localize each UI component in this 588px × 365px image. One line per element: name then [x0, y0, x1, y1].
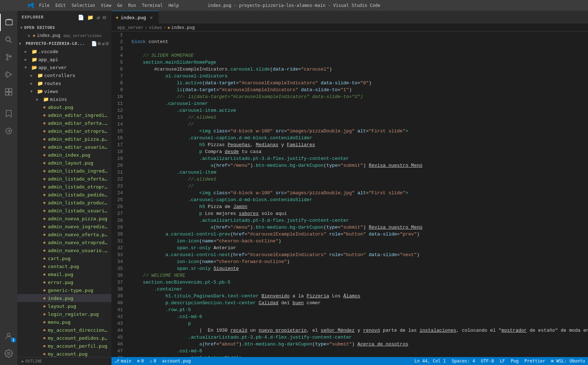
error-icon: ⊗ [137, 358, 140, 364]
tree-file-my-account-pedidos-pug[interactable]: ◈my_account_pedidos.pug [17, 334, 111, 342]
breadcrumb-sep1: › [145, 25, 147, 30]
close-editor-icon[interactable]: ✕ [28, 33, 30, 38]
tree-mixins[interactable]: ▶ 📁 mixins [17, 95, 111, 103]
tree-file-admin-listado-productos-pug[interactable]: ◈admin_listado_productos.pug [17, 199, 111, 207]
new-file-action[interactable]: 📄 [91, 41, 97, 46]
tree-file-admin-nuevo-ingrediente-pug[interactable]: ◈admin_nuevo_ingrediente.pug [17, 222, 111, 230]
tab-close-icon[interactable]: ✕ [150, 14, 153, 20]
search-activity-icon[interactable] [0, 31, 17, 48]
tree-file-admin-listado-ingredientes-pug[interactable]: ◈admin_listado_ingredientes.pug [17, 167, 111, 175]
extensions-activity-icon[interactable] [0, 83, 17, 101]
app-api-label: app_api [38, 57, 58, 62]
spaces-status[interactable]: Spaces: 4 [449, 357, 478, 365]
git-branch-status[interactable]: ⎇ main [111, 357, 134, 365]
tab-index-pug[interactable]: ◈ index.pug ✕ [111, 11, 159, 24]
refresh-icon[interactable]: ↺ [96, 14, 101, 21]
outline-section[interactable]: ▶ OUTLINE [17, 357, 111, 365]
code-editor[interactable]: 12345 678910 1112131415 1617181920 21222… [111, 31, 588, 357]
remote-status[interactable]: ⊞ WSL: Ubuntu [548, 357, 588, 365]
run-debug-activity-icon[interactable] [0, 66, 17, 83]
tree-file-my-account-perfil-pug[interactable]: ◈my_account_perfil.pug [17, 342, 111, 350]
breadcrumb-index-pug[interactable]: ◈index.pug [168, 25, 195, 30]
language-status[interactable]: Pug [508, 357, 522, 365]
menu-bar[interactable]: File Edit Selection View Go Run Terminal… [25, 0, 182, 11]
tree-file-admin-nuevo-oferta-pug[interactable]: ◈admin_nuevo_oferta.pug [17, 230, 111, 238]
new-file-icon[interactable]: 📄 [77, 14, 85, 21]
tree-file-layout-pug[interactable]: ◈layout.pug [17, 302, 111, 310]
svg-point-0 [6, 37, 10, 41]
accounts-activity-icon[interactable]: 1 [0, 327, 17, 345]
code-content[interactable]: block content // SLIDER HOMEPAGE section… [126, 31, 588, 357]
errors-status[interactable]: ⊗ 0 [134, 357, 147, 365]
tree-file-admin-nuevo-usuario-pug[interactable]: ◈admin_nuevo_usuario.pug [17, 246, 111, 254]
tree-file-admin-layout-pug[interactable]: ◈admin_layout.pug [17, 159, 111, 167]
menu-terminal[interactable]: Terminal [139, 0, 166, 11]
svg-marker-5 [7, 72, 12, 77]
warnings-status[interactable]: ⚠ 0 [147, 357, 159, 365]
menu-run[interactable]: Run [125, 0, 139, 11]
open-editors-section[interactable]: ▼ OPEN EDITORS [17, 24, 111, 31]
tree-file-about-pug[interactable]: ◈about.pug [17, 103, 111, 111]
tree-file-contact-pug[interactable]: ◈contact.pug [17, 262, 111, 270]
project-root[interactable]: ▼ PROYECTO-PIZZERIA-LO... 📄 ⊞ ↺ ⊟ [17, 39, 111, 47]
editor-area: ◈ index.pug ✕ app_server › views › ◈inde… [111, 11, 588, 365]
open-editor-index-pug[interactable]: ✕ ◈ index.pug app_server\views [17, 31, 111, 39]
pug-file-icon: ◈ [33, 33, 35, 38]
tree-file-email-pug[interactable]: ◈email.pug [17, 270, 111, 278]
tree-file-admin-editar-pizza-pug[interactable]: ◈admin_editar_pizza.pug [17, 135, 111, 143]
app-server-arrow: ▼ [25, 65, 30, 69]
svg-rect-6 [5, 89, 8, 92]
refresh-action[interactable]: ↺ [102, 41, 105, 46]
tree-controllers[interactable]: ▶ 📁 controllers [17, 71, 111, 79]
tree-vscode[interactable]: ▶ 📁 .vscode [17, 47, 111, 55]
sidebar-header: EXPLORER 📄 📁 ↺ ⊟ [17, 11, 111, 24]
menu-help[interactable]: Help [166, 0, 182, 11]
tree-file-error-pug[interactable]: ◈error.pug [17, 278, 111, 286]
tree-file-admin-listado-oferta-pug[interactable]: ◈admin_listado_oferta.pug [17, 175, 111, 183]
tree-file-generic-type-pug[interactable]: ◈generic-type.pug [17, 286, 111, 294]
settings-activity-icon[interactable] [0, 345, 17, 362]
new-folder-icon[interactable]: 📁 [86, 14, 94, 21]
menu-file[interactable]: File [36, 0, 52, 11]
account-pug-status[interactable]: account.pug [159, 357, 194, 365]
open-editors-label: OPEN EDITORS [24, 25, 55, 30]
live-share-activity-icon[interactable] [0, 122, 17, 140]
tree-file-admin-listado-pedidos-pug[interactable]: ◈admin_listado_pedidos.pug [17, 191, 111, 199]
menu-selection[interactable]: Selection [69, 0, 98, 11]
menu-view[interactable]: View [98, 0, 114, 11]
new-folder-action[interactable]: ⊞ [98, 41, 101, 46]
tree-file-admin-index-pug[interactable]: ◈admin_index.pug [17, 151, 111, 159]
tree-views[interactable]: ▼ 📂 views [17, 87, 111, 95]
tree-file-admin-nueva-pizza-pug[interactable]: ◈admin_nueva_pizza.pug [17, 215, 111, 222]
eol-status[interactable]: LF [497, 357, 508, 365]
collapse-icon[interactable]: ⊟ [102, 14, 107, 21]
tree-file-admin-editar-usuario-pug[interactable]: ◈admin_editar_usuario.pug [17, 143, 111, 151]
tree-file-my-account-pug[interactable]: ◈my_account.pug [17, 350, 111, 357]
tree-file-menu-pug[interactable]: ◈menu.pug [17, 318, 111, 326]
tree-app-server[interactable]: ▼ 📂 app_server [17, 63, 111, 71]
git-branch-label: main [121, 358, 131, 364]
tree-file-login-register-pug[interactable]: ◈login_register.pug [17, 310, 111, 318]
tree-file-admin-editar-otroproducto-pug[interactable]: ◈admin_editar_otroproducto.pug [17, 127, 111, 135]
encoding-status[interactable]: UTF-8 [478, 357, 497, 365]
tree-file-my-account-direcciones-pug[interactable]: ◈my_account_direcciones.pug [17, 326, 111, 334]
tree-file-admin-editar-ingrediente-pug[interactable]: ◈admin_editar_ingrediente.pug [17, 111, 111, 119]
tree-routes[interactable]: ▶ 📁 routes [17, 79, 111, 87]
tree-file-index-pug[interactable]: ◈index.pug [17, 294, 111, 302]
tree-file-admin-nuevo-otroprodu---[interactable]: ◈admin_nuevo_otroprodu... [17, 238, 111, 246]
tree-file-admin-listado-usuario-pug[interactable]: ◈admin_listado_usuario.pug [17, 207, 111, 215]
formatter-status[interactable]: Prettier [521, 357, 548, 365]
menu-go[interactable]: Go [114, 0, 125, 11]
tree-app-api[interactable]: ▶ 📁 app_api [17, 55, 111, 63]
menu-edit[interactable]: Edit [52, 0, 69, 11]
breadcrumb-app-server[interactable]: app_server [117, 25, 143, 30]
tree-file-cart-pug[interactable]: ◈cart.pug [17, 254, 111, 262]
cursor-position-status[interactable]: Ln 44, Col 1 [411, 357, 449, 365]
tree-file-admin-editar-oferta-pug[interactable]: ◈admin_editar_oferta.pug [17, 119, 111, 127]
bookmarks-activity-icon[interactable] [0, 105, 17, 122]
explorer-activity-icon[interactable] [0, 14, 17, 31]
breadcrumb-views[interactable]: views [149, 25, 162, 30]
tree-file-admin-listado-otroprodu---[interactable]: ◈admin_listado_otroprodu... [17, 183, 111, 191]
source-control-activity-icon[interactable] [0, 48, 17, 66]
collapse-action[interactable]: ⊟ [106, 41, 109, 46]
